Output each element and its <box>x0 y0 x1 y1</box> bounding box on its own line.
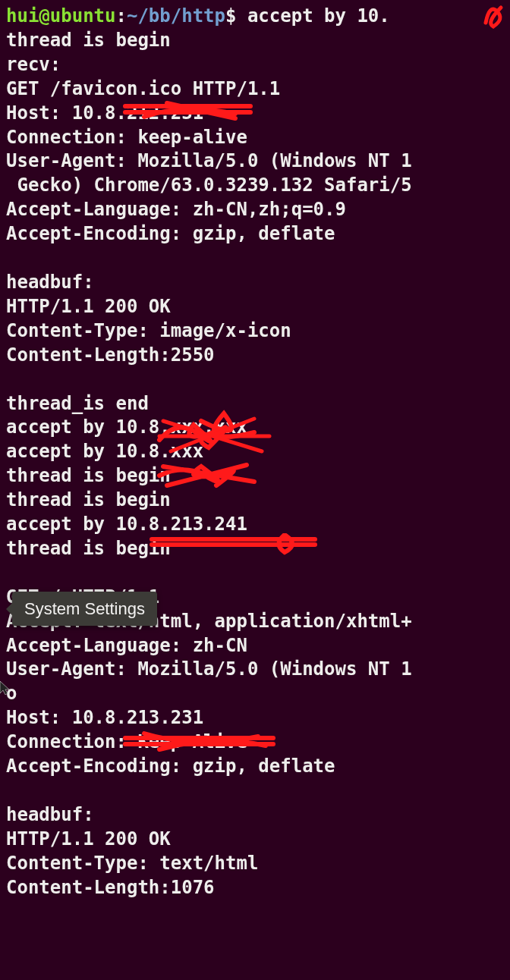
command-text: accept by 10. <box>247 5 390 27</box>
output-line: User-Agent: Mozilla/5.0 (Windows NT 1 <box>6 658 412 680</box>
output-line: Gecko) Chrome/63.0.3239.132 Safari/5 <box>6 174 412 196</box>
output-line: Connection: Keep-Alive <box>6 731 247 752</box>
output-line: accept by 10.8.213.241 <box>6 514 247 535</box>
output-line: Host: 10.8.212.231 <box>6 102 203 124</box>
output-line: Connection: keep-alive <box>6 127 247 148</box>
output-line: Accept-Encoding: gzip, deflate <box>6 223 335 244</box>
output-line: thread is begin <box>6 489 171 510</box>
output-line: thread is begin <box>6 465 171 486</box>
output-line: accept by 10.8.xxx.xxx <box>6 416 247 438</box>
output-line: Accept-Language: zh-CN,zh;q=0.9 <box>6 199 346 220</box>
output-line: o <box>6 683 17 704</box>
output-line: accept by 10.8.xxx <box>6 441 203 462</box>
prompt-user: hui <box>6 5 39 27</box>
output-line: Content-Type: image/x-icon <box>6 320 291 341</box>
tooltip-label: System Settings <box>24 599 145 618</box>
system-settings-tooltip: System Settings <box>12 592 157 626</box>
output-line: thread_is end <box>6 393 149 414</box>
output-line: Accept-Encoding: gzip, deflate <box>6 755 335 777</box>
output-line: GET /favicon.ico HTTP/1.1 <box>6 78 280 99</box>
output-line: HTTP/1.1 200 OK <box>6 828 171 850</box>
output-line: thread is begin <box>6 538 171 559</box>
terminal-output[interactable]: hui@ubuntu:~/bb/http$ accept by 10. thre… <box>6 5 504 900</box>
output-line: Content-Length:1076 <box>6 877 215 898</box>
output-line: User-Agent: Mozilla/5.0 (Windows NT 1 <box>6 150 412 171</box>
output-line: Content-Type: text/html <box>6 853 258 874</box>
prompt-path: ~/bb/http <box>127 5 225 27</box>
output-line: headbuf: <box>6 272 94 293</box>
prompt-host: ubuntu <box>50 5 116 27</box>
output-line: HTTP/1.1 200 OK <box>6 296 171 317</box>
output-line: thread is begin <box>6 30 171 51</box>
output-line: headbuf: <box>6 804 94 825</box>
output-line: Host: 10.8.213.231 <box>6 707 203 728</box>
output-line: Accept-Language: zh-CN <box>6 635 247 656</box>
output-line: recv: <box>6 54 61 75</box>
output-line: Content-Length:2550 <box>6 344 215 366</box>
